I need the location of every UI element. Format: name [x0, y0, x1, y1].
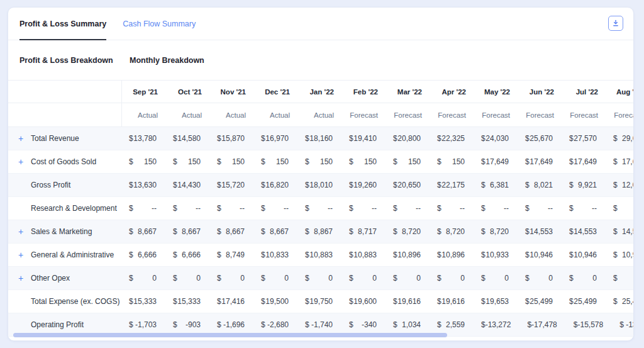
- currency-symbol: $: [393, 204, 397, 213]
- tab-cash-flow-summary[interactable]: Cash Flow Summary: [123, 8, 196, 40]
- value-cell: $0: [474, 267, 518, 289]
- value-amount: 19,616: [441, 297, 465, 306]
- value-amount: 22,175: [441, 181, 465, 189]
- expand-plus-icon[interactable]: +: [18, 134, 26, 143]
- value-cell: $25,49: [606, 290, 634, 313]
- value-cell: $19,500: [253, 290, 297, 313]
- value-amount: 29,66: [622, 134, 634, 143]
- value-cell: $12,01: [606, 174, 634, 196]
- value-amount: 10,933: [486, 250, 509, 259]
- column-type-row: ActualActualActualActualActualForecastFo…: [8, 103, 634, 127]
- currency-symbol: $: [349, 320, 353, 329]
- value-cell: $--: [562, 197, 606, 220]
- expand-plus-icon[interactable]: +: [18, 227, 26, 236]
- currency-symbol: $: [173, 157, 177, 166]
- expand-plus-icon[interactable]: +: [18, 274, 26, 283]
- value-amount: 150: [408, 157, 421, 166]
- currency-symbol: $: [393, 157, 397, 166]
- value-amount: 10,946: [530, 250, 553, 259]
- currency-symbol: $: [173, 181, 177, 189]
- currency-symbol: $: [393, 134, 397, 143]
- column-type-cell: Forecast: [342, 103, 386, 126]
- value-amount: 150: [188, 157, 201, 166]
- value-amount: -903: [186, 320, 201, 329]
- currency-symbol: $: [305, 227, 309, 236]
- column-type-cell: Actual: [298, 103, 342, 126]
- value-cell: $17,416: [209, 290, 253, 313]
- currency-symbol: $: [437, 181, 441, 189]
- value-amount: 14,553: [530, 227, 553, 236]
- column-type-cell: Forecast: [386, 103, 430, 126]
- expand-plus-icon[interactable]: +: [18, 250, 26, 259]
- currency-symbol: $: [305, 320, 309, 329]
- currency-symbol: $: [613, 250, 618, 259]
- currency-symbol: $: [129, 320, 133, 329]
- value-cell: $--: [518, 197, 562, 220]
- currency-symbol: $: [613, 297, 618, 306]
- currency-symbol: $: [217, 297, 221, 306]
- currency-symbol: $: [305, 274, 309, 283]
- value-cell: $9,921: [562, 174, 606, 196]
- table-body: +Total Revenue$13,780$14,580$15,870$16,9…: [8, 127, 634, 337]
- value-amount: 24,030: [486, 134, 509, 143]
- currency-symbol: $: [261, 297, 265, 306]
- value-amount: 22,325: [441, 134, 465, 143]
- currency-symbol: $: [437, 134, 441, 143]
- currency-symbol: $: [437, 274, 441, 283]
- value-amount: 0: [548, 274, 553, 283]
- currency-symbol: $: [393, 320, 397, 329]
- value-cell: $6,666: [121, 244, 165, 266]
- value-amount: 10,896: [441, 250, 465, 259]
- tab-profit-and-loss-summary[interactable]: Profit & Loss Summary: [19, 8, 106, 40]
- currency-symbol: $: [525, 134, 530, 143]
- value-cell: $8,867: [297, 220, 341, 243]
- currency-symbol: $: [525, 181, 530, 189]
- value-cell: $25,670: [518, 127, 562, 150]
- column-type-cell: Forecast: [430, 103, 474, 126]
- column-type-cell: Actual: [254, 103, 298, 126]
- value-amount: 17,649: [486, 157, 509, 166]
- row-label: Sales & Marketing: [31, 227, 92, 236]
- value-cell: $14,553: [562, 220, 606, 243]
- value-cell: $10,946: [562, 244, 606, 266]
- table-row: +Other Opex$0$0$0$0$0$0$0$0$0$0$0$0: [8, 267, 634, 290]
- currency-symbol: $: [569, 181, 574, 189]
- currency-symbol: $: [481, 134, 486, 143]
- currency-symbol: $: [217, 227, 221, 236]
- value-cell: $10,883: [297, 244, 341, 266]
- value-amount: 8,667: [138, 227, 157, 236]
- currency-symbol: $: [305, 297, 309, 306]
- value-amount: 8,720: [490, 227, 509, 236]
- month-header-row: Sep '21Oct '21Nov '21Dec '21Jan '22Feb '…: [8, 81, 634, 103]
- currency-symbol: $: [217, 250, 221, 259]
- currency-symbol: $: [393, 250, 397, 259]
- row-label: Total Expense (ex. COGS): [31, 297, 119, 306]
- value-cell: $13,780: [121, 127, 165, 150]
- row-label: General & Administrative: [31, 250, 114, 259]
- row-label-cell: +Cost of Goods Sold: [8, 150, 121, 173]
- value-amount: 15,333: [133, 297, 157, 306]
- value-amount: 19,750: [309, 297, 333, 306]
- value-cell: $8,717: [341, 220, 386, 243]
- currency-symbol: $: [613, 134, 618, 143]
- expand-plus-icon[interactable]: +: [18, 157, 26, 166]
- month-header-cell: Sep '21: [122, 81, 166, 103]
- currency-symbol: $: [481, 274, 486, 283]
- currency-symbol: $: [613, 204, 618, 213]
- value-cell: $0: [253, 267, 297, 289]
- horizontal-scrollbar-thumb[interactable]: [13, 333, 447, 337]
- value-cell: $0: [518, 267, 562, 289]
- download-button[interactable]: [608, 16, 623, 31]
- value-amount: 18,160: [309, 134, 333, 143]
- value-amount: 15,333: [177, 297, 201, 306]
- month-header-cell: Jan '22: [298, 81, 342, 103]
- value-amount: 10,833: [265, 250, 289, 259]
- value-amount: -13,48: [626, 320, 634, 329]
- currency-symbol: $: [525, 250, 530, 259]
- value-cell: $0: [341, 267, 386, 289]
- row-label-cell: +Sales & Marketing: [8, 220, 121, 243]
- currency-symbol: $: [481, 297, 486, 306]
- row-label: Cost of Goods Sold: [31, 157, 96, 166]
- value-amount: 0: [240, 274, 245, 283]
- row-label-cell: +Total Revenue: [8, 127, 121, 150]
